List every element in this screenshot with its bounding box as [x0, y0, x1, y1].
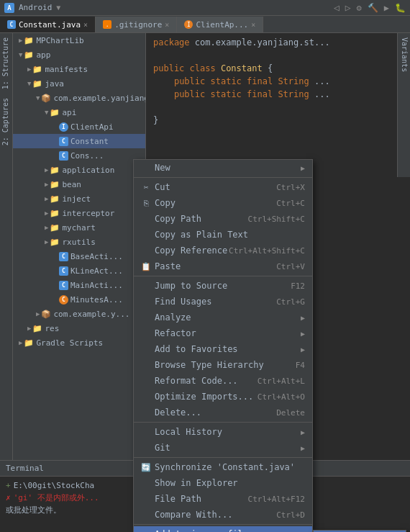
- menu-new[interactable]: New ▶: [134, 160, 312, 176]
- reformat-icon: [141, 376, 151, 386]
- menu-show-explorer[interactable]: Show in Explorer: [134, 475, 312, 491]
- tab-constant-close[interactable]: ×: [83, 21, 88, 29]
- menu-optimize[interactable]: Optimize Imports... Ctrl+Alt+O: [134, 389, 312, 405]
- tree-cons[interactable]: C Cons...: [13, 148, 145, 163]
- tree-api[interactable]: ▼ 📁 api: [13, 105, 145, 120]
- menu-reformat[interactable]: Reformat Code... Ctrl+Alt+L: [134, 373, 312, 389]
- terminal-text: E:\00git\StockCha: [14, 481, 95, 490]
- tree-baseacti[interactable]: C BaseActi...: [13, 249, 145, 263]
- menu-browse-hierarchy[interactable]: Browse Type Hierarchy F4: [134, 357, 312, 373]
- tree-app[interactable]: ▼ 📁 app: [13, 48, 145, 62]
- title-text: Android: [19, 3, 52, 12]
- tree-klineact[interactable]: C KLineAct...: [13, 263, 145, 278]
- menu-local-history[interactable]: Local History ▶: [134, 424, 312, 440]
- copy-path-icon: [141, 214, 151, 224]
- settings-icon[interactable]: ⚙: [357, 3, 362, 13]
- tree-inject[interactable]: ▶ 📁 inject: [13, 191, 145, 206]
- sync-icon: 🔄: [141, 462, 151, 472]
- tree-mychart[interactable]: ▶ 📁 mychart: [13, 220, 145, 235]
- tab-gitignore[interactable]: . .gitignore ×: [96, 17, 177, 32]
- menu-add-ignore[interactable]: Add to ignore file ▶: [134, 526, 312, 532]
- submenu-arrow: ▶: [301, 314, 305, 322]
- tree-pkg-main[interactable]: ▼ 📦 com.example.yanjiang.stock: [13, 91, 145, 105]
- tree-item-label: MinutesA...: [70, 295, 123, 305]
- file-icon: C: [59, 281, 68, 290]
- structure-label[interactable]: 1: Structure: [0, 33, 12, 94]
- menu-jump-source[interactable]: Jump to Source F12: [134, 278, 312, 294]
- tree-pkg-sub[interactable]: ▶ 📦 com.example.y...: [13, 307, 145, 321]
- menu-cut-label: Cut: [155, 182, 170, 192]
- cut-icon: ✂: [141, 182, 151, 192]
- menu-copy-ref[interactable]: Copy Reference Ctrl+Alt+Shift+C: [134, 243, 312, 258]
- tree-clientapi[interactable]: I ClientApi: [13, 120, 145, 134]
- menu-copy-ref-shortcut: Ctrl+Alt+Shift+C: [229, 246, 305, 256]
- tree-application[interactable]: ▶ 📁 application: [13, 163, 145, 177]
- menu-git[interactable]: Git ▶: [134, 440, 312, 456]
- tree-mainacti[interactable]: C MainActi...: [13, 278, 145, 292]
- copy-icon: ⎘: [141, 198, 151, 208]
- separator: [134, 457, 312, 458]
- tab-gitignore-icon: .: [103, 20, 111, 29]
- tab-clientapi[interactable]: I ClientAp... ×: [177, 17, 263, 32]
- variants-bar[interactable]: Variants: [397, 33, 410, 177]
- build-icon[interactable]: 🔨: [368, 3, 378, 13]
- android-icon: A: [4, 3, 14, 13]
- arrow-icon: ▶: [45, 224, 48, 231]
- tree-bean[interactable]: ▶ 📁 bean: [13, 177, 145, 191]
- menu-copy-path[interactable]: Copy Path Ctrl+Shift+C: [134, 211, 312, 227]
- menu-compare[interactable]: Compare With... Ctrl+D: [134, 507, 312, 523]
- menu-find-usages[interactable]: Find Usages Ctrl+G: [134, 294, 312, 310]
- project-tree: ▶ 📁 MPChartLib ▼ 📁 app ▶ 📁 manifests ▼ 📁…: [13, 33, 146, 460]
- delete-icon: [141, 407, 151, 418]
- folder-icon: 📁: [50, 238, 60, 247]
- tab-gitignore-close[interactable]: ×: [165, 21, 169, 29]
- menu-paste[interactable]: 📋 Paste Ctrl+V: [134, 258, 312, 274]
- menu-optimize-shortcut: Ctrl+Alt+O: [258, 392, 305, 402]
- menu-add-favorites[interactable]: Add to Favorites ▶: [134, 341, 312, 357]
- tree-java[interactable]: ▼ 📁 java: [13, 76, 145, 91]
- tab-bar: C Constant.java × . .gitignore × I Clien…: [0, 16, 410, 33]
- menu-ignore-label: Add to ignore file: [155, 529, 248, 532]
- run-icon[interactable]: ▶: [384, 3, 389, 13]
- menu-cut[interactable]: ✂ Cut Ctrl+X: [134, 179, 312, 195]
- tree-item-label: com.example.yanjiang.stock: [53, 94, 146, 103]
- arrow-icon: ▼: [19, 51, 22, 58]
- menu-analyze[interactable]: Analyze ▶: [134, 310, 312, 325]
- menu-new-label: New: [155, 163, 170, 173]
- folder-icon: 📁: [50, 108, 60, 117]
- nav-back[interactable]: ◁: [334, 2, 340, 13]
- captures-label[interactable]: 2: Captures: [0, 94, 12, 150]
- menu-sync[interactable]: 🔄 Synchronize 'Constant.java': [134, 459, 312, 475]
- new-icon: [141, 163, 151, 173]
- menu-hierarchy-shortcut: F4: [296, 361, 305, 370]
- separator: [134, 177, 312, 178]
- nav-forward[interactable]: ▷: [345, 2, 351, 13]
- code-line-2: [153, 50, 403, 63]
- folder-icon: 📁: [32, 79, 42, 89]
- menu-copy-label: Copy: [155, 198, 176, 208]
- tree-rxutils[interactable]: ▶ 📁 rxutils: [13, 235, 145, 249]
- menu-favorites-label: Add to Favorites: [155, 344, 238, 354]
- debug-icon[interactable]: 🐛: [395, 3, 406, 13]
- menu-find-shortcut: Ctrl+G: [276, 297, 305, 307]
- tree-manifests[interactable]: ▶ 📁 manifests: [13, 62, 145, 76]
- menu-jump-label: Jump to Source: [155, 281, 227, 291]
- menu-file-path[interactable]: File Path Ctrl+Alt+F12: [134, 491, 312, 507]
- tree-res[interactable]: ▶ 📁 res: [13, 321, 145, 335]
- tree-minutesa[interactable]: C MinutesA...: [13, 292, 145, 307]
- tree-gradle[interactable]: ▶ 📁 Gradle Scripts: [13, 335, 145, 350]
- menu-delete[interactable]: Delete... Delete: [134, 405, 312, 420]
- tab-constant[interactable]: C Constant.java ×: [0, 17, 96, 32]
- menu-copy[interactable]: ⎘ Copy Ctrl+C: [134, 195, 312, 211]
- arrow-icon: ▼: [36, 94, 40, 102]
- file-icon: C: [59, 151, 68, 161]
- title-dropdown[interactable]: ▼: [56, 4, 60, 12]
- tab-gitignore-label: .gitignore: [114, 20, 162, 30]
- tree-interceptor[interactable]: ▶ 📁 interceptor: [13, 206, 145, 220]
- tab-clientapi-close[interactable]: ×: [251, 21, 255, 29]
- menu-copy-plain[interactable]: Copy as Plain Text: [134, 227, 312, 243]
- tree-mpchartlib[interactable]: ▶ 📁 MPChartLib: [13, 33, 145, 48]
- tree-constant[interactable]: C Constant: [13, 134, 145, 148]
- menu-refactor[interactable]: Refactor ▶: [134, 325, 312, 341]
- submenu-arrow: ▶: [301, 346, 305, 353]
